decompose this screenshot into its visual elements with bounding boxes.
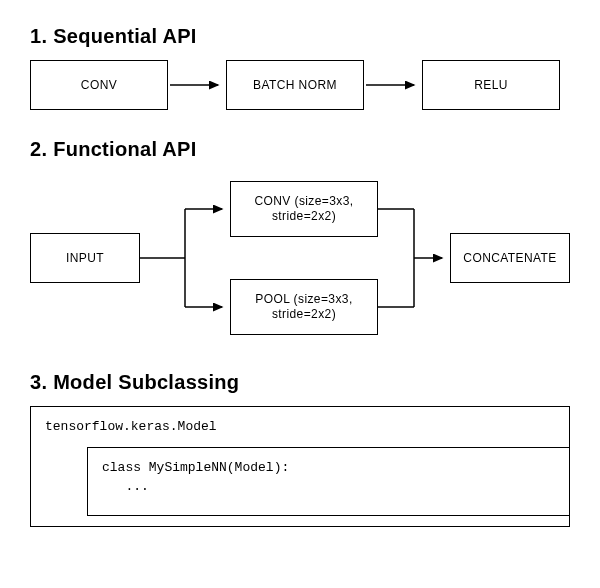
model-subclassing-section: 3. Model Subclassing tensorflow.keras.Mo…	[30, 371, 570, 527]
outer-class-label: tensorflow.keras.Model	[45, 417, 559, 437]
arrow-icon	[364, 60, 422, 110]
arrow-icon	[168, 60, 226, 110]
relu-block: RELU	[422, 60, 560, 110]
concatenate-block: CONCATENATE	[450, 233, 570, 283]
subclassing-heading: 3. Model Subclassing	[30, 371, 570, 394]
conv-block: CONV (size=3x3, stride=2x2)	[230, 181, 378, 237]
conv-block: CONV	[30, 60, 168, 110]
batchnorm-block: BATCH NORM	[226, 60, 364, 110]
pool-block: POOL (size=3x3, stride=2x2)	[230, 279, 378, 335]
outer-code-box: tensorflow.keras.Model class MySimpleNN(…	[30, 406, 570, 527]
functional-api-section: 2. Functional API INPUT CONV (size=3x3, …	[30, 138, 570, 343]
input-block: INPUT	[30, 233, 140, 283]
sequential-row: CONV BATCH NORM RELU	[30, 60, 570, 110]
functional-heading: 2. Functional API	[30, 138, 570, 161]
functional-diagram: INPUT CONV (size=3x3, stride=2x2) POOL (…	[30, 173, 570, 343]
inner-code-box: class MySimpleNN(Model): ...	[87, 447, 569, 516]
sequential-heading: 1. Sequential API	[30, 25, 570, 48]
sequential-api-section: 1. Sequential API CONV BATCH NORM RELU	[30, 25, 570, 110]
